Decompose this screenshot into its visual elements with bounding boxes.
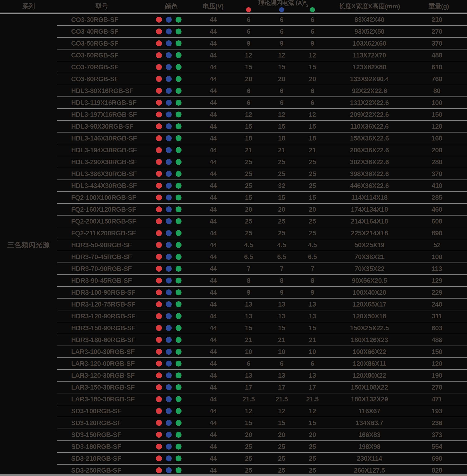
model-cell: HDL3-146X30RGB-SF [57,134,146,142]
voltage-cell: 44 [196,348,230,356]
green-dot-icon [176,455,182,462]
voltage-cell: 44 [196,229,230,237]
color-dots-cell [144,147,194,153]
table-bottom-border [0,474,467,476]
blue-dot-icon [166,76,172,82]
weight-cell: 200 [409,146,465,154]
color-dots-cell [144,361,194,367]
current-blue-cell: 15 [267,63,297,71]
color-dots-cell [144,76,194,82]
current-green-cell: 25 [297,170,328,178]
red-dot-icon [156,325,162,331]
current-red-cell: 25 [230,467,267,474]
table-row: LAR3-180-30RGB-SF 44 21.5 21.5 21.5 180X… [0,393,467,405]
green-dot-icon [176,183,182,189]
current-blue-cell: 25 [267,170,297,178]
green-dot-icon [310,7,315,12]
green-dot-icon [176,100,182,106]
blue-dot-icon [166,349,172,355]
red-dot-icon [156,254,162,260]
current-blue-cell: 10 [267,348,297,356]
dimensions-cell: 134X63.7 [328,419,410,427]
green-dot-icon [176,290,182,295]
current-green-cell: 13 [297,301,328,308]
blue-dot-icon [166,40,172,46]
voltage-cell: 44 [196,289,230,296]
model-cell: CO3-60RGB-SF [57,52,146,59]
blue-dot-icon [166,206,172,212]
dimensions-cell: 100X40X20 [328,289,410,296]
current-red-cell: 20 [230,75,267,83]
color-dots-cell [144,135,194,141]
voltage-cell: 44 [196,336,230,344]
blue-dot-icon [166,147,172,153]
blue-dot-icon [166,266,172,272]
weight-cell: 210 [409,16,465,24]
dimensions-cell: 266X127.5 [328,467,410,474]
red-dot-icon [156,467,162,473]
current-red-cell: 15 [230,419,267,427]
header-model: 型号 [57,0,146,13]
weight-cell: 460 [409,206,465,213]
color-dots-cell [144,337,194,343]
color-dots-cell [144,278,194,283]
color-dots-cell [144,301,194,307]
current-green-cell: 25 [297,229,328,237]
blue-dot-icon [166,52,172,58]
dimensions-cell: 180X132X29 [328,396,410,403]
model-cell: CO3-50RGB-SF [57,40,146,47]
voltage-cell: 44 [196,182,230,189]
voltage-cell: 44 [196,52,230,59]
current-blue-cell: 25 [267,229,297,237]
dimensions-cell: 180X126X23 [328,336,410,344]
current-green-cell: 7 [297,265,328,273]
model-cell: SD3-210RGB-SF [57,455,146,462]
model-cell: CO3-80RGB-SF [57,75,146,83]
model-cell: HDL3-434X30RGB-SF [57,182,146,189]
current-red-cell: 25 [230,218,267,225]
current-red-cell: 25 [230,229,267,237]
current-blue-cell: 6 [267,28,297,35]
blue-dot-icon [166,218,172,224]
model-cell: LAR3-150-30RGB-SF [57,384,146,391]
table-row: SD3-100RGB-SF 44 12 12 12 116X67 193 [0,405,467,417]
table-row: CO3-50RGB-SF 44 9 9 9 103X62X60 370 [0,37,467,49]
red-dot-icon [156,396,162,402]
weight-cell: 150 [409,111,465,118]
green-dot-icon [176,76,182,82]
color-dots-cell [144,100,194,106]
model-cell: CO3-70RGB-SF [57,63,146,71]
current-green-cell: 4.5 [297,241,328,249]
blue-dot-icon [166,313,172,319]
weight-cell: 471 [409,396,465,403]
table-row: HDL3-197X16RGB-SF 44 12 12 12 209X22X22.… [0,108,467,120]
red-dot-icon [156,159,162,165]
blue-dot-icon [166,230,172,236]
table-header: 系列 型号 颜色 电压(V) 理论频闪电流 (A)*2 长度X宽度X高度(mm)… [0,0,467,14]
green-dot-icon [176,384,182,390]
red-dot-icon [156,408,162,414]
dimensions-cell: 120X65X17 [328,301,410,308]
red-dot-icon [156,266,162,272]
dimensions-cell: 166X83 [328,431,410,439]
table-row: HDR3-120-75RGB-SF 44 13 13 13 120X65X17 … [0,298,467,310]
current-red-cell: 25 [230,443,267,450]
dimensions-cell: 158X36X22.6 [328,134,410,142]
weight-cell: 828 [409,467,465,474]
green-dot-icon [176,313,182,319]
current-blue-cell: 20 [267,206,297,213]
voltage-cell: 44 [196,253,230,261]
current-blue-cell: 15 [267,194,297,201]
color-dots-cell [144,384,194,390]
red-dot-icon [156,195,162,200]
current-green-cell: 13 [297,372,328,379]
current-blue-cell: 6 [267,360,297,368]
header-dimensions: 长度X宽度X高度(mm) [328,0,410,13]
voltage-cell: 44 [196,170,230,178]
voltage-cell: 44 [196,313,230,320]
voltage-cell: 44 [196,431,230,439]
current-green-cell: 25 [297,467,328,474]
table-row: HDR3-70-90RGB-SF 44 7 7 7 70X35X22 113 [0,263,467,275]
model-cell: SD3-150RGB-SF [57,431,146,439]
model-cell: HDL3-194X30RGB-SF [57,146,146,154]
